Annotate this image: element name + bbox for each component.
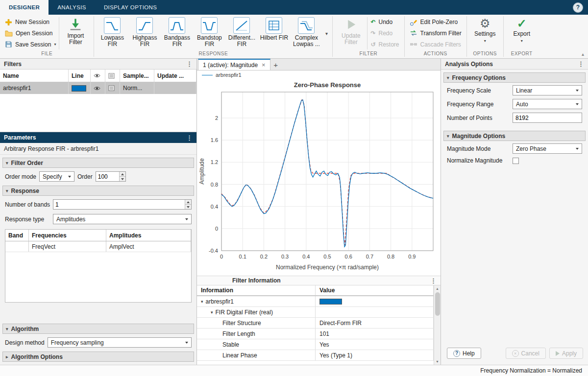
- collapse-ribbon-icon[interactable]: ▴: [582, 51, 584, 57]
- help-icon[interactable]: ?: [573, 2, 583, 13]
- filter-name: arbrespfir1: [0, 82, 69, 94]
- order-input[interactable]: [96, 172, 119, 181]
- order-mode-dropdown[interactable]: Specify: [39, 171, 74, 182]
- line-color-swatch[interactable]: [72, 85, 86, 92]
- frequency-scale-dropdown[interactable]: Linear: [513, 85, 582, 95]
- column-info[interactable]: [105, 70, 120, 82]
- edit-pole-zero-button[interactable]: Edit Pole-Zero: [408, 17, 464, 27]
- undo-button[interactable]: ↶ Undo: [368, 17, 401, 27]
- column-line[interactable]: Line: [69, 70, 91, 82]
- column-visibility[interactable]: [91, 70, 105, 82]
- save-session-button[interactable]: Save Session ▾: [3, 40, 58, 49]
- algorithm-options-section-header[interactable]: ▸ Algorithm Options: [2, 352, 194, 362]
- number-of-points-input[interactable]: [513, 115, 582, 121]
- column-value[interactable]: Value: [316, 285, 434, 295]
- eye-icon: [94, 86, 100, 91]
- restore-button[interactable]: ↺ Restore: [368, 40, 401, 49]
- save-session-dropdown-icon[interactable]: ▾: [54, 42, 56, 47]
- add-tab-button[interactable]: +: [270, 59, 281, 70]
- tab-designer[interactable]: DESIGNER: [0, 0, 49, 15]
- response-gallery-expand-icon[interactable]: ▾: [322, 16, 330, 51]
- lowpass-fir-button[interactable]: LowpassFIR: [96, 16, 128, 51]
- export-button[interactable]: ✓ Export▾: [506, 16, 538, 51]
- normalize-magnitude-checkbox[interactable]: [513, 158, 519, 164]
- filter-row-arbrespfir1[interactable]: arbrespfir1 Norm...: [0, 82, 196, 94]
- tab-analysis[interactable]: ANALYSIS: [49, 0, 95, 15]
- table-row[interactable]: ▾FIR Digital Filter (real): [197, 307, 434, 318]
- complex-lowpass-fir-button[interactable]: ComplexLowpas ...: [290, 16, 322, 51]
- table-row[interactable]: Stable Yes: [197, 339, 434, 350]
- magnitude-options-section-header[interactable]: ▾ Magnitude Options: [443, 131, 586, 141]
- line-color-cell[interactable]: [69, 82, 91, 94]
- column-sample[interactable]: Sample...: [120, 70, 154, 82]
- update-mode-cell[interactable]: [154, 82, 196, 94]
- differentiator-fir-button[interactable]: Different...FIR: [225, 16, 258, 51]
- scroll-down-icon[interactable]: ▼: [436, 358, 439, 365]
- bands-stepper[interactable]: [53, 199, 192, 210]
- filter-information-menu-icon[interactable]: ⋮: [430, 277, 437, 284]
- design-method-dropdown[interactable]: Frequency sampling: [48, 337, 192, 348]
- magnitude-mode-dropdown[interactable]: Zero Phase: [513, 143, 582, 154]
- amplitudes-cell[interactable]: AmplVect: [106, 241, 191, 252]
- import-filter-button[interactable]: ImportFilter: [59, 16, 92, 51]
- group-label-options: OPTIONS: [469, 51, 501, 58]
- frequencies-cell[interactable]: FreqVect: [29, 241, 106, 252]
- bands-input[interactable]: [53, 200, 185, 209]
- response-section-header[interactable]: ▾ Response: [2, 186, 194, 196]
- table-row[interactable]: Filter Length 101: [197, 329, 434, 339]
- titlebar-spacer: [166, 0, 573, 15]
- highpass-fir-button[interactable]: HighpassFIR: [128, 16, 161, 51]
- response-plot[interactable]: 00.10.20.30.40.50.60.70.80.9-0.400.40.81…: [197, 79, 440, 274]
- stepper-buttons[interactable]: [119, 172, 125, 181]
- scrollbar-thumb[interactable]: [435, 292, 440, 316]
- new-session-button[interactable]: New Session: [3, 17, 58, 27]
- band-table-row[interactable]: FreqVect AmplVect: [5, 241, 191, 252]
- info-label: Stable: [197, 339, 316, 350]
- band-cell[interactable]: [5, 241, 29, 252]
- vertical-scrollbar[interactable]: ▲ ▼: [434, 285, 441, 365]
- help-button[interactable]: ? Help: [447, 348, 481, 359]
- parameters-menu-icon[interactable]: ⋮: [186, 134, 193, 141]
- line-color-swatch[interactable]: [319, 299, 342, 305]
- filters-menu-icon[interactable]: ⋮: [186, 60, 193, 68]
- document-tab-magnitude[interactable]: 1 (active): Magnitude ×: [198, 59, 270, 70]
- frequency-options-section-header[interactable]: ▾ Frequency Options: [443, 72, 586, 83]
- scroll-up-icon[interactable]: ▲: [436, 285, 439, 292]
- response-type-dropdown[interactable]: Amplitudes: [53, 214, 192, 224]
- frequency-range-dropdown[interactable]: Auto: [513, 99, 582, 109]
- open-session-button[interactable]: Open Session: [3, 28, 58, 38]
- transform-filter-button[interactable]: Transform Filter: [408, 28, 464, 38]
- tab-display-options[interactable]: DISPLAY OPTIONS: [95, 0, 166, 15]
- order-stepper[interactable]: [96, 171, 126, 182]
- bandpass-fir-button[interactable]: BandpassFIR: [161, 16, 193, 51]
- info-cell[interactable]: [105, 82, 120, 94]
- update-filter-button[interactable]: UpdateFilter: [335, 16, 367, 51]
- algorithm-block: ▾ Algorithm Design method Frequency samp…: [0, 321, 196, 365]
- table-row[interactable]: ▾arbrespfir1: [197, 296, 434, 307]
- column-update[interactable]: Update ...: [154, 70, 196, 82]
- analysis-options-menu-icon[interactable]: ⋮: [578, 60, 584, 68]
- expander-icon[interactable]: ▾: [201, 299, 203, 304]
- filter-order-section-header[interactable]: ▾ Filter Order: [2, 158, 194, 168]
- sample-mode-cell[interactable]: Norm...: [120, 82, 154, 94]
- redo-button[interactable]: ↷ Redo: [368, 28, 401, 38]
- cancel-button[interactable]: × Cancel: [506, 348, 546, 359]
- apply-button[interactable]: Apply: [549, 348, 583, 359]
- cascade-filters-button[interactable]: Cascade Filters: [408, 40, 464, 49]
- close-icon[interactable]: ×: [262, 62, 266, 68]
- algorithm-section-header[interactable]: ▾ Algorithm: [2, 324, 194, 334]
- settings-button[interactable]: ⚙ Settings▾: [469, 16, 501, 51]
- svg-text:0.8: 0.8: [211, 182, 218, 188]
- hilbert-fir-button[interactable]: Hilbert FIR: [258, 16, 290, 51]
- stepper-buttons[interactable]: [185, 200, 191, 209]
- column-information[interactable]: Information: [197, 285, 316, 295]
- bandstop-fir-button[interactable]: BandstopFIR: [193, 16, 225, 51]
- number-of-points-field[interactable]: [513, 113, 582, 123]
- svg-text:0.8: 0.8: [387, 254, 394, 259]
- table-row[interactable]: Linear Phase Yes (Type 1): [197, 350, 434, 361]
- expander-icon[interactable]: ▾: [211, 310, 213, 315]
- table-row[interactable]: Filter Structure Direct-Form FIR: [197, 318, 434, 329]
- column-name[interactable]: Name: [0, 70, 69, 82]
- svg-text:0.5: 0.5: [323, 254, 331, 259]
- visibility-cell[interactable]: [91, 82, 105, 94]
